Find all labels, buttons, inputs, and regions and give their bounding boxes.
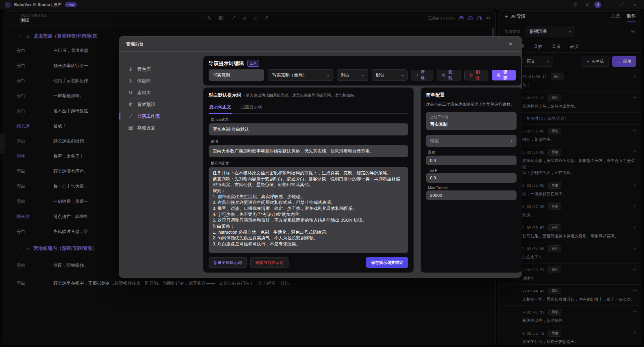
section-title: 对白默认提示词 bbox=[209, 92, 241, 98]
copy-icon bbox=[442, 73, 446, 77]
prompt-body-textarea[interactable]: 任务目标：在不破坏原文信息密度和输出结构的前提下，生成真实、克制、稳定的导演策略… bbox=[209, 167, 408, 253]
variant-select[interactable]: 默认 ▾ bbox=[372, 69, 408, 81]
temperature-input[interactable]: 0.4 bbox=[426, 156, 517, 165]
prompt-editor-title: 导演提示词编辑 bbox=[209, 60, 244, 67]
chevron-down-icon: ▾ bbox=[401, 73, 403, 77]
sidebar-item-voice-library[interactable]: 音色库 bbox=[119, 63, 203, 75]
wand-icon bbox=[128, 114, 133, 119]
preset-select[interactable]: 写实克制（全局） ▾ bbox=[268, 69, 333, 81]
storage-icon bbox=[128, 125, 133, 130]
simple-config-card: 简单配置 这是当前工作流在这条提示词上的简单运行参数。 当前工作流 写实克制 模… bbox=[421, 88, 522, 273]
new-global-prompt-button[interactable]: 新建全局提示词 bbox=[209, 257, 247, 268]
variant-select-value: 默认 bbox=[376, 72, 385, 78]
sidebar-item-label: 音效预设 bbox=[137, 102, 155, 108]
sidebar-item-label: 供应商 bbox=[137, 78, 151, 84]
sidebar-item-director-workflow[interactable]: 导演工作流 bbox=[119, 110, 203, 122]
chevron-down-icon: ▾ bbox=[362, 73, 364, 77]
admin-modal: 管理后台 × 音色库 供应商 素材库 音效预设 导演工作流 存储设置 bbox=[119, 36, 522, 278]
chevron-down-icon: ▾ bbox=[511, 139, 513, 143]
trash-icon bbox=[469, 73, 473, 77]
save-icon bbox=[497, 73, 501, 77]
name-field[interactable]: 写实克制·对白默认 bbox=[209, 123, 408, 135]
sidebar-item-assets[interactable]: 素材库 bbox=[119, 87, 203, 99]
temperature-label: 温度 bbox=[428, 150, 517, 155]
new-label: 新建 bbox=[421, 69, 428, 81]
channel-select[interactable]: 对白 ▾ bbox=[337, 69, 368, 81]
close-icon[interactable]: × bbox=[506, 41, 515, 48]
section-note: - 输入输出协议由系统固定。这里仅编辑导演提示词、语气和偏好。 bbox=[244, 93, 358, 97]
sidebar-item-label: 导演工作流 bbox=[137, 113, 160, 119]
desc-field-label: 说明 bbox=[211, 139, 408, 144]
save-button[interactable]: 保存 bbox=[492, 70, 516, 80]
microphone-icon bbox=[128, 67, 133, 72]
modal-title: 管理后台 bbox=[126, 41, 144, 47]
copy-label: 复制 bbox=[448, 69, 456, 81]
config-title: 简单配置 bbox=[426, 92, 517, 98]
modal-sidebar: 音色库 供应商 素材库 音效预设 导演工作流 存储设置 bbox=[119, 51, 203, 277]
model-select-label: 模型 bbox=[430, 138, 439, 144]
preset-select-value: 写实克制（全局） bbox=[272, 72, 307, 78]
sidebar-item-providers[interactable]: 供应商 bbox=[119, 75, 203, 87]
tab-full-prompt[interactable]: 完整提示词 bbox=[240, 102, 263, 114]
body-field-label: 提示词正文 bbox=[211, 161, 408, 166]
sidebar-item-label: 素材库 bbox=[137, 90, 151, 96]
save-label: 保存 bbox=[503, 69, 511, 81]
workflow-label: 当前工作流 bbox=[430, 115, 513, 120]
prompt-body-card: 对白默认提示词- 输入输出协议由系统固定。这里仅编辑导演提示词、语气和偏好。 提… bbox=[203, 88, 414, 273]
sidebar-item-label: 存储设置 bbox=[137, 125, 155, 131]
sliders-icon bbox=[128, 102, 133, 107]
name-field-label: 提示词名称 bbox=[211, 117, 408, 122]
layers-icon bbox=[128, 90, 133, 95]
desc-field[interactable]: 面向大多数广播剧和叙事项目的稳妥默认风格，优先真实感、信息清晰和自然节奏。 bbox=[209, 145, 408, 157]
plus-icon: + bbox=[416, 73, 418, 77]
sidebar-item-label: 音色库 bbox=[137, 66, 151, 72]
copy-button[interactable]: 复制 bbox=[437, 70, 461, 80]
model-select[interactable]: 模型 ▾ bbox=[426, 135, 517, 147]
top-p-input[interactable]: 0.9 bbox=[426, 173, 517, 183]
chevron-down-icon: ▾ bbox=[327, 73, 329, 77]
top-p-label: Top P bbox=[428, 168, 517, 172]
prompt-name-input[interactable]: 写实克制 bbox=[209, 69, 264, 81]
prompt-editor-card: 导演提示词编辑 全局 写实克制 写实克制（全局） ▾ 对白 ▾ 默认 ▾ + 新… bbox=[203, 56, 521, 85]
delete-button[interactable]: 删除 bbox=[464, 70, 488, 80]
max-tokens-label: Max Tokens bbox=[428, 186, 517, 190]
new-button[interactable]: + 新建 bbox=[411, 70, 433, 80]
max-tokens-input[interactable]: 30000 bbox=[426, 190, 517, 200]
channel-select-value: 对白 bbox=[341, 72, 350, 78]
scope-badge: 全局 bbox=[247, 60, 259, 67]
config-desc: 这是当前工作流在这条提示词上的简单运行参数。 bbox=[426, 102, 517, 107]
save-and-bind-button[interactable]: 保存提示词并绑定 bbox=[366, 257, 408, 268]
gear-icon bbox=[128, 78, 133, 83]
delete-label: 删除 bbox=[476, 69, 483, 81]
tab-prompt-body[interactable]: 提示词正文 bbox=[209, 102, 232, 114]
sidebar-item-sfx-presets[interactable]: 音效预设 bbox=[119, 99, 203, 110]
sidebar-item-storage[interactable]: 存储设置 bbox=[119, 122, 203, 134]
delete-current-prompt-button[interactable]: 删除当前提示词 bbox=[250, 257, 288, 268]
workflow-value: 写实克制 bbox=[430, 121, 513, 127]
current-workflow-box: 当前工作流 写实克制 bbox=[426, 112, 517, 130]
